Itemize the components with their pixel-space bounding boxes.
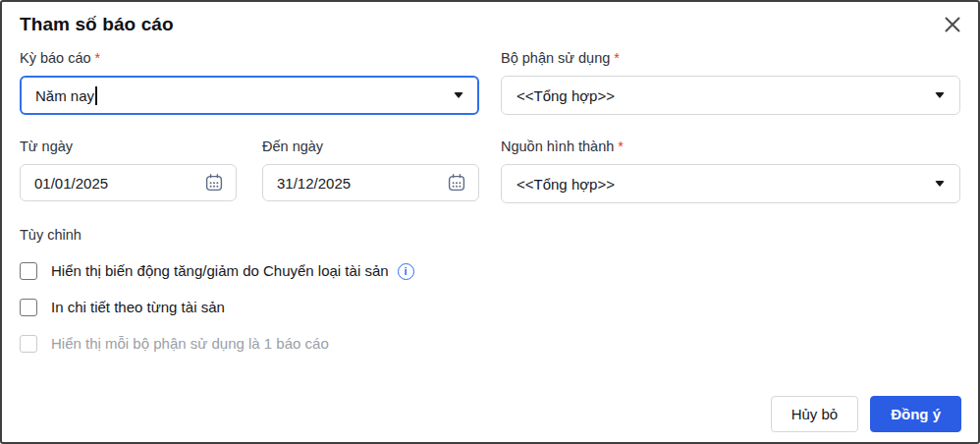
cancel-button[interactable]: Hủy bỏ (771, 396, 859, 432)
checkbox (20, 335, 37, 353)
report-period-select[interactable]: Năm nay (20, 76, 479, 115)
form-row-1: Kỳ báo cáo* Năm nay Bộ phận sử dụng* <<T… (20, 48, 961, 115)
text-cursor (95, 86, 97, 105)
close-button[interactable] (937, 10, 968, 41)
form-row-2: Từ ngày 01/01/2025 (20, 137, 961, 203)
field-report-period: Kỳ báo cáo* Năm nay (20, 48, 479, 115)
from-date-input[interactable]: 01/01/2025 (20, 164, 237, 201)
info-icon[interactable]: i (398, 263, 414, 280)
to-date-input[interactable]: 31/12/2025 (262, 164, 479, 201)
field-to-date: Đến ngày 31/12/2025 (262, 137, 479, 203)
close-icon (943, 15, 962, 37)
checkbox[interactable] (20, 262, 37, 280)
source-label: Nguồn hình thành* (501, 137, 960, 156)
chevron-down-icon[interactable] (454, 92, 463, 98)
checkbox-label: In chi tiết theo từng tài sản (51, 298, 225, 317)
to-date-label: Đến ngày (262, 137, 479, 156)
field-from-date: Từ ngày 01/01/2025 (20, 137, 237, 203)
options-section: Tùy chỉnh Hiển thị biến động tăng/giảm d… (20, 225, 961, 354)
to-date-value: 31/12/2025 (277, 175, 351, 192)
checkbox[interactable] (20, 299, 37, 316)
from-date-label: Từ ngày (20, 137, 237, 156)
confirm-button[interactable]: Đồng ý (870, 396, 961, 432)
required-asterisk: * (618, 139, 624, 154)
field-department: Bộ phận sử dụng* <<Tổng hợp>> (501, 48, 960, 115)
date-range: Từ ngày 01/01/2025 (20, 137, 479, 203)
report-parameters-dialog: Tham số báo cáo Kỳ báo cáo* Năm nay (0, 0, 980, 444)
source-value: <<Tổng hợp>> (517, 176, 615, 193)
from-date-value: 01/01/2025 (34, 175, 108, 192)
field-source: Nguồn hình thành* <<Tổng hợp>> (501, 137, 960, 203)
checkbox-row-detail-per-asset: In chi tiết theo từng tài sản (20, 298, 961, 317)
source-select[interactable]: <<Tổng hợp>> (501, 164, 960, 203)
chevron-down-icon[interactable] (935, 92, 945, 98)
department-label: Bộ phận sử dụng* (501, 48, 960, 68)
required-asterisk: * (614, 50, 620, 66)
department-select[interactable]: <<Tổng hợp>> (501, 76, 960, 115)
dialog-footer: Hủy bỏ Đồng ý (771, 396, 961, 432)
required-asterisk: * (95, 50, 101, 66)
dialog-title: Tham số báo cáo (20, 14, 961, 35)
report-period-label: Kỳ báo cáo* (20, 48, 479, 68)
chevron-down-icon[interactable] (935, 181, 945, 187)
report-period-value: Năm nay (35, 86, 97, 105)
checkbox-label: Hiển thị biến động tăng/giảm do Chuyển l… (51, 261, 389, 281)
department-value: <<Tổng hợp>> (517, 87, 615, 104)
dialog-header: Tham số báo cáo (20, 2, 961, 35)
checkbox-label: Hiển thị mỗi bộ phận sử dụng là 1 báo cá… (51, 334, 329, 354)
calendar-icon[interactable] (447, 173, 466, 193)
options-section-label: Tùy chỉnh (20, 225, 961, 245)
calendar-icon[interactable] (204, 173, 224, 193)
checkbox-row-asset-transfer: Hiển thị biến động tăng/giảm do Chuyển l… (20, 261, 961, 281)
checkbox-row-report-per-department: Hiển thị mỗi bộ phận sử dụng là 1 báo cá… (20, 334, 961, 354)
